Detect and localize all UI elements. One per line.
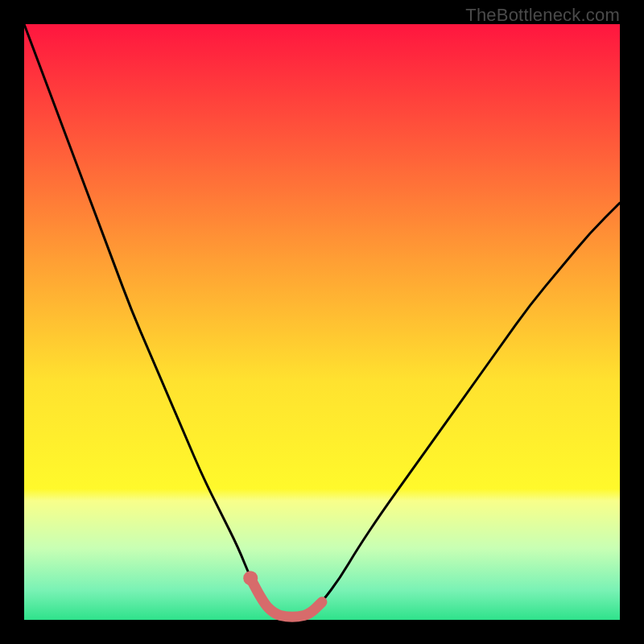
watermark-text: TheBottleneck.com — [465, 5, 620, 26]
plot-area — [24, 24, 620, 620]
valley-highlight — [250, 578, 322, 617]
stage: TheBottleneck.com — [0, 0, 644, 644]
curve-layer — [24, 24, 620, 620]
bottleneck-curve — [24, 24, 620, 617]
valley-start-dot — [243, 571, 258, 585]
